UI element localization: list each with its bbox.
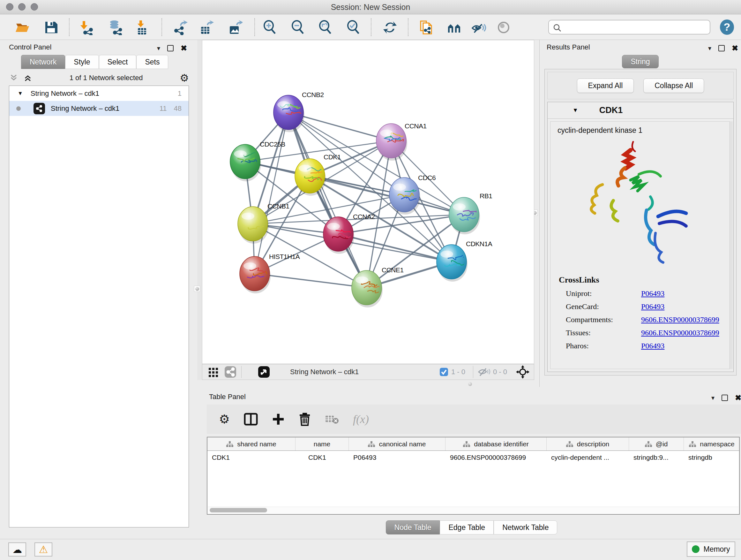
crosslink-link[interactable]: 9606.ENSP00000378699 — [641, 315, 719, 324]
import-network-database-icon[interactable] — [107, 20, 123, 35]
collection-expander-icon[interactable]: ▼ — [17, 90, 23, 97]
results-scrollbar[interactable] — [730, 121, 733, 369]
section-expander-icon[interactable]: ▼ — [572, 107, 578, 114]
table-horizontal-scrollbar[interactable] — [208, 507, 738, 513]
node-RB1[interactable]: RB1 — [449, 192, 492, 234]
tab-style[interactable]: Style — [65, 55, 98, 69]
tab-network-table[interactable]: Network Table — [494, 520, 557, 535]
zoom-out-icon[interactable] — [290, 20, 306, 35]
show-graphics-details-icon[interactable] — [447, 20, 462, 35]
open-view-in-window-icon[interactable] — [258, 366, 270, 378]
memory-label: Memory — [703, 545, 730, 554]
cell-shared-name[interactable]: CDK1 — [207, 451, 295, 464]
zoom-fit-icon[interactable] — [318, 20, 333, 35]
gene-section-header[interactable]: ▼ CDK1 — [548, 102, 733, 119]
crosslink-link[interactable]: P06493 — [641, 302, 664, 311]
node-CCNA2[interactable]: CCNA2 — [323, 213, 375, 254]
collapse-panel-icon[interactable]: ▾ — [157, 44, 160, 52]
network-collection-row[interactable]: ▼ String Network – cdk1 1 — [9, 86, 189, 101]
node-CCNE1[interactable]: CCNE1 — [352, 266, 404, 307]
collapse-all-icon[interactable] — [9, 73, 18, 83]
import-network-file-icon[interactable] — [79, 20, 94, 35]
edge-CCNB2-HIST1H1A[interactable] — [255, 112, 288, 273]
network-share-view-icon[interactable] — [224, 366, 237, 378]
left-splitter-handle[interactable] — [194, 286, 200, 292]
table-options-gear-icon[interactable]: ⚙ — [219, 413, 230, 425]
expand-all-button[interactable]: Expand All — [577, 78, 634, 93]
zoom-selected-icon[interactable] — [346, 20, 361, 35]
left-splitter[interactable] — [197, 40, 202, 380]
close-panel-icon[interactable]: ✖ — [735, 393, 741, 402]
birds-eye-view-icon[interactable] — [515, 365, 530, 379]
column-header[interactable]: name — [295, 437, 349, 450]
hide-graphics-details-icon[interactable] — [471, 20, 486, 35]
tab-select[interactable]: Select — [99, 55, 137, 69]
selection-mode-icon[interactable] — [496, 20, 511, 35]
cell-database-identifier[interactable]: 9606.ENSP00000378699 — [446, 451, 547, 464]
network-canvas[interactable]: CCNB2CCNA1CDC25BCDK1CDC6RB1CCNB1CCNA2CDK… — [202, 40, 534, 364]
selected-checkbox-icon[interactable] — [439, 367, 449, 377]
export-network-icon[interactable] — [172, 20, 188, 35]
network-row[interactable]: String Network – cdk1 11 48 — [9, 101, 189, 116]
network-type-icon — [33, 103, 45, 114]
column-header[interactable]: description — [547, 437, 629, 450]
cell-name[interactable]: CDK1 — [295, 451, 349, 464]
network-options-gear-icon[interactable]: ⚙ — [180, 73, 189, 83]
edge-HIST1H1A-CCNE1[interactable] — [255, 273, 367, 288]
gene-description: cyclin-dependent kinase 1 — [557, 126, 730, 135]
crosslink-link[interactable]: P06493 — [641, 341, 664, 350]
tab-sets[interactable]: Sets — [136, 55, 168, 69]
open-session-icon[interactable] — [15, 20, 30, 35]
node-CCNA1[interactable]: CCNA1 — [376, 122, 427, 161]
float-panel-icon[interactable] — [167, 45, 174, 51]
cloud-button[interactable]: ☁ — [8, 543, 26, 557]
tab-string[interactable]: String — [622, 55, 658, 68]
collapse-panel-icon[interactable]: ▾ — [708, 44, 711, 52]
tab-edge-table[interactable]: Edge Table — [440, 520, 494, 535]
crosslink-link[interactable]: P06493 — [641, 289, 664, 298]
import-table-file-icon[interactable] — [134, 20, 149, 35]
cell-id[interactable]: stringdb:9... — [629, 451, 684, 464]
collapse-panel-icon[interactable]: ▾ — [711, 394, 715, 401]
node-label-CDKN1A: CDKN1A — [466, 240, 492, 247]
node-CCNB2[interactable]: CCNB2 — [273, 91, 324, 132]
column-header[interactable]: shared name — [207, 437, 295, 450]
warnings-button[interactable]: ⚠ — [35, 543, 52, 557]
cell-canonical-name[interactable]: P06493 — [349, 451, 446, 464]
column-header[interactable]: database identifier — [446, 437, 547, 450]
cell-description[interactable]: cyclin-dependent ... — [547, 451, 629, 464]
node-HIST1H1A[interactable]: HIST1H1A — [240, 253, 300, 294]
node-CDKN1A[interactable]: CDKN1A — [436, 240, 492, 282]
memory-button[interactable]: Memory — [687, 542, 735, 557]
column-header[interactable]: canonical name — [349, 437, 446, 450]
apply-preferred-layout-icon[interactable] — [382, 20, 398, 35]
expand-all-icon[interactable] — [23, 73, 32, 83]
save-session-icon[interactable] — [44, 20, 59, 35]
cell-namespace[interactable]: stringdb — [684, 451, 740, 464]
show-columns-icon[interactable] — [244, 413, 258, 426]
edge-CCNB2-CCNE1[interactable] — [288, 112, 367, 288]
network-grid-icon[interactable] — [207, 366, 219, 378]
zoom-in-icon[interactable] — [262, 20, 278, 35]
node-CDK1[interactable]: CDK1 — [295, 153, 341, 196]
column-header[interactable]: namespace — [684, 437, 740, 450]
export-image-icon[interactable] — [227, 20, 243, 35]
tab-network[interactable]: Network — [21, 55, 65, 69]
close-panel-icon[interactable]: ✖ — [181, 44, 187, 53]
bottom-splitter-handle[interactable] — [468, 382, 472, 386]
tab-node-table[interactable]: Node Table — [386, 520, 440, 535]
crosslink-link[interactable]: 9606.ENSP00000378699 — [641, 328, 719, 337]
scrollbar-thumb[interactable] — [210, 508, 267, 512]
delete-column-icon[interactable] — [299, 413, 311, 426]
export-table-icon[interactable] — [199, 20, 214, 35]
collapse-all-button[interactable]: Collapse All — [643, 78, 704, 93]
float-panel-icon[interactable] — [718, 45, 725, 51]
new-network-from-selection-icon[interactable] — [419, 20, 434, 35]
close-panel-icon[interactable]: ✖ — [732, 44, 738, 53]
float-panel-icon[interactable] — [722, 395, 728, 401]
help-icon[interactable]: ? — [719, 19, 735, 36]
add-column-icon[interactable] — [272, 413, 285, 426]
column-header[interactable]: @id — [629, 437, 684, 450]
table-row[interactable]: CDK1 CDK1 P06493 9606.ENSP00000378699 cy… — [207, 451, 739, 464]
search-input[interactable] — [565, 22, 706, 33]
